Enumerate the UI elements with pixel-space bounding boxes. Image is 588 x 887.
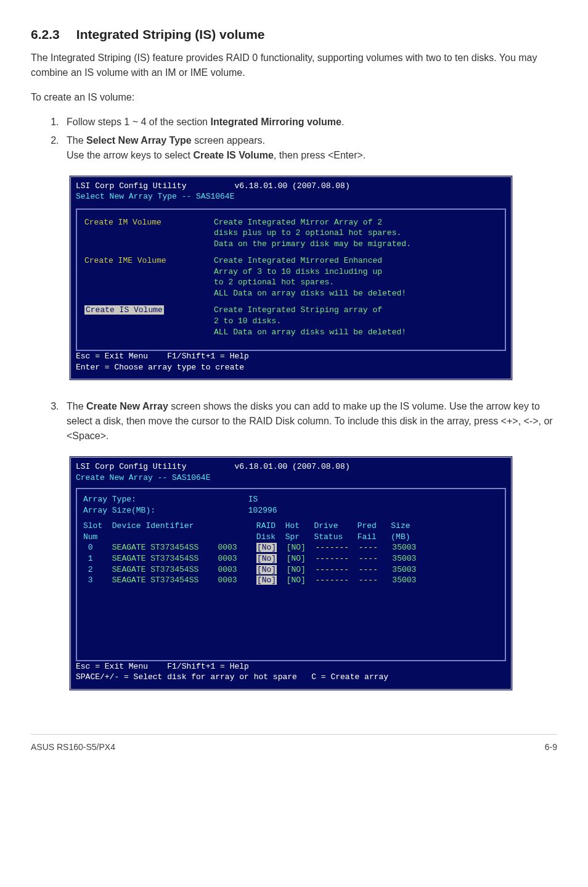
bios2-footer: Esc = Exit Menu F1/Shift+1 = Help SPACE/… [76, 661, 506, 683]
bios2-hdr-left: LSI Corp Config Utility [76, 462, 186, 471]
bios1-menu2-label: Create IME Volume [84, 256, 166, 265]
bios2-table-head2: Num Disk Spr Status Fail (MB) [83, 532, 499, 543]
bios-screenshot-1: LSI Corp Config Utility v6.18.01.00 (200… [69, 175, 513, 381]
section-number: 6.2.3 [31, 25, 73, 44]
lead-paragraph: To create an IS volume: [31, 90, 557, 105]
bios1-menu2-desc: Create Integrated Mirrored Enhanced Arra… [214, 255, 406, 299]
bios1-footer: Esc = Exit Menu F1/Shift+1 = Help Enter … [76, 351, 506, 373]
section-heading: 6.2.3 Integrated Striping (IS) volume [31, 25, 557, 44]
step2-text-d: Use the arrow keys to select [67, 150, 193, 160]
bios2-arraytype-value: IS [248, 495, 258, 504]
footer-right: 6-9 [545, 741, 557, 754]
step2-bold-e: Create IS Volume [193, 150, 273, 160]
bios1-hdr-left: LSI Corp Config Utility [76, 181, 186, 191]
bios2-content-box: Array Type: IS Array Size(MB): 102996 Sl… [76, 488, 506, 661]
bios1-header: LSI Corp Config Utility v6.18.01.00 (200… [76, 181, 506, 202]
step3-text-a: The [67, 401, 86, 411]
step2-bold-b: Select New Array Type [86, 135, 192, 146]
bios1-menu3-label-selected: Create IS Volume [84, 305, 164, 315]
bios1-menu3-desc: Create Integrated Striping array of 2 to… [214, 305, 406, 337]
bios2-info-line1: Array Type: IS [83, 494, 499, 505]
bios2-arraysize-value: 102996 [248, 506, 277, 515]
bios1-hdr2: Select New Array Type -- SAS1064E [76, 192, 234, 201]
table-row: 1 SEAGATE ST373454SS 0003 [No] [NO] ----… [83, 553, 499, 564]
steps-list: Follow steps 1 ~ 4 of the section Integr… [31, 115, 557, 163]
bios2-table-rows: 0 SEAGATE ST373454SS 0003 [No] [NO] ----… [83, 542, 499, 585]
section-title: Integrated Striping (IS) volume [76, 27, 265, 41]
bios2-table-head1: Slot Device Identifier RAID Hot Drive Pr… [83, 521, 499, 532]
bios2-info-line2: Array Size(MB): 102996 [83, 505, 499, 516]
bios1-content-box: Create IM Volume Create Integrated Mirro… [76, 208, 506, 351]
step1-text-a: Follow steps 1 ~ 4 of the section [67, 117, 210, 127]
intro-paragraph: The Integrated Striping (IS) feature pro… [31, 51, 557, 80]
step-3: The Create New Array screen shows the di… [62, 399, 557, 444]
step-1: Follow steps 1 ~ 4 of the section Integr… [62, 115, 557, 130]
footer-left: ASUS RS160-S5/PX4 [31, 741, 115, 754]
steps-list-cont: The Create New Array screen shows the di… [31, 399, 557, 444]
bios1-menu-row-2: Create IME Volume Create Integrated Mirr… [84, 255, 497, 299]
bios2-hdr2: Create New Array -- SAS1064E [76, 473, 210, 482]
bios1-menu1-label: Create IM Volume [84, 218, 161, 227]
bios1-menu-row-3: Create IS Volume Create Integrated Strip… [84, 305, 497, 337]
step-2: The Select New Array Type screen appears… [62, 133, 557, 163]
step1-text-c: . [341, 117, 344, 127]
bios1-menu1-desc: Create Integrated Mirror Array of 2 disk… [214, 217, 411, 250]
page-footer: ASUS RS160-S5/PX4 6-9 [31, 734, 557, 754]
bios2-hdr-right: v6.18.01.00 (2007.08.08) [234, 462, 349, 471]
step1-bold: Integrated Mirroring volume [210, 117, 341, 127]
bios2-arraysize-label: Array Size(MB): [83, 505, 243, 516]
step2-text-c: screen appears. [192, 135, 265, 146]
table-row: 3 SEAGATE ST373454SS 0003 [No] [NO] ----… [83, 575, 499, 586]
step2-text-a: The [67, 135, 86, 146]
table-row: 2 SEAGATE ST373454SS 0003 [No] [NO] ----… [83, 564, 499, 576]
table-row: 0 SEAGATE ST373454SS 0003 [No] [NO] ----… [83, 542, 499, 553]
bios1-menu-row-1: Create IM Volume Create Integrated Mirro… [84, 217, 497, 250]
step3-bold-b: Create New Array [86, 401, 168, 411]
bios2-arraytype-label: Array Type: [83, 494, 243, 505]
bios2-header: LSI Corp Config Utility v6.18.01.00 (200… [76, 461, 506, 483]
bios-screenshot-2: LSI Corp Config Utility v6.18.01.00 (200… [69, 456, 513, 691]
bios1-hdr-right: v6.18.01.00 (2007.08.08) [234, 181, 349, 191]
step2-text-f: , then press <Enter>. [274, 150, 365, 160]
